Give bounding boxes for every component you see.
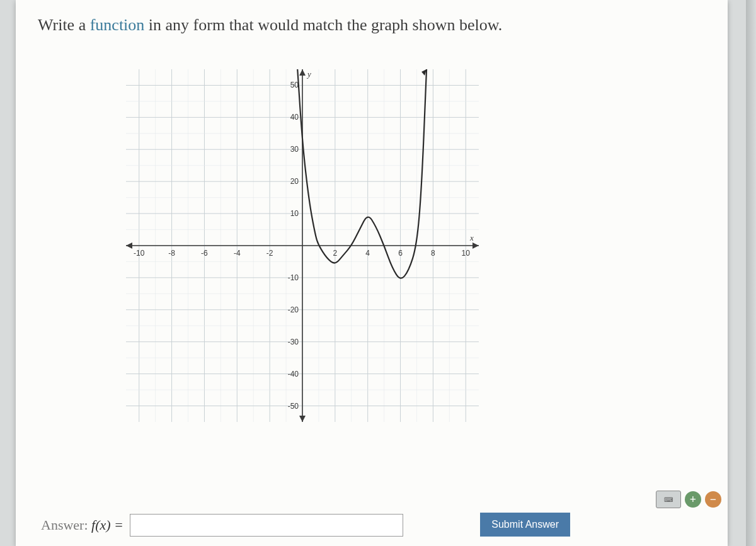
svg-text:50: 50 bbox=[290, 81, 299, 89]
tool-tray: ⌨ + − bbox=[656, 491, 721, 508]
svg-text:4: 4 bbox=[365, 249, 370, 258]
prompt-post: in any form that would match the graph s… bbox=[144, 16, 502, 34]
answer-fx: f(x) = bbox=[91, 517, 123, 533]
svg-text:20: 20 bbox=[290, 177, 299, 186]
question-card: Write a function in any form that would … bbox=[16, 0, 728, 546]
svg-text:-10: -10 bbox=[288, 273, 299, 282]
svg-text:-6: -6 bbox=[201, 249, 208, 258]
svg-text:-10: -10 bbox=[134, 249, 145, 258]
svg-text:-20: -20 bbox=[288, 305, 299, 314]
page-edge bbox=[746, 0, 756, 546]
svg-text:10: 10 bbox=[462, 249, 471, 258]
svg-text:-2: -2 bbox=[266, 249, 273, 258]
svg-text:-50: -50 bbox=[288, 402, 299, 411]
graph-plot: xy-10-8-6-4-22468105040302010-10-20-30-4… bbox=[126, 69, 479, 422]
answer-input[interactable] bbox=[130, 514, 403, 537]
svg-marker-44 bbox=[472, 242, 479, 249]
svg-text:-40: -40 bbox=[288, 370, 299, 378]
svg-text:8: 8 bbox=[431, 249, 435, 258]
prompt-pre: Write a bbox=[38, 16, 90, 34]
answer-label: Answer: f(x) = bbox=[41, 517, 123, 533]
plus-icon[interactable]: + bbox=[685, 491, 701, 508]
svg-text:2: 2 bbox=[333, 249, 338, 258]
prompt-keyword: function bbox=[90, 16, 145, 34]
answer-row: Answer: f(x) = bbox=[41, 514, 403, 537]
question-prompt: Write a function in any form that would … bbox=[38, 16, 502, 35]
svg-marker-47 bbox=[299, 416, 306, 422]
svg-text:-8: -8 bbox=[168, 249, 175, 258]
svg-text:10: 10 bbox=[290, 209, 299, 218]
graph-svg: xy-10-8-6-4-22468105040302010-10-20-30-4… bbox=[126, 69, 479, 422]
svg-marker-46 bbox=[299, 69, 306, 76]
svg-text:6: 6 bbox=[398, 249, 403, 258]
svg-text:-4: -4 bbox=[234, 249, 241, 258]
svg-text:30: 30 bbox=[290, 145, 299, 154]
svg-text:y: y bbox=[306, 69, 311, 79]
svg-text:x: x bbox=[469, 233, 474, 242]
answer-label-pre: Answer: bbox=[41, 517, 91, 533]
svg-text:40: 40 bbox=[290, 113, 299, 122]
minus-icon[interactable]: − bbox=[705, 491, 721, 508]
svg-text:-30: -30 bbox=[288, 338, 299, 346]
submit-button[interactable]: Submit Answer bbox=[480, 513, 570, 537]
keyboard-icon[interactable]: ⌨ bbox=[656, 491, 681, 508]
svg-marker-45 bbox=[126, 242, 132, 249]
